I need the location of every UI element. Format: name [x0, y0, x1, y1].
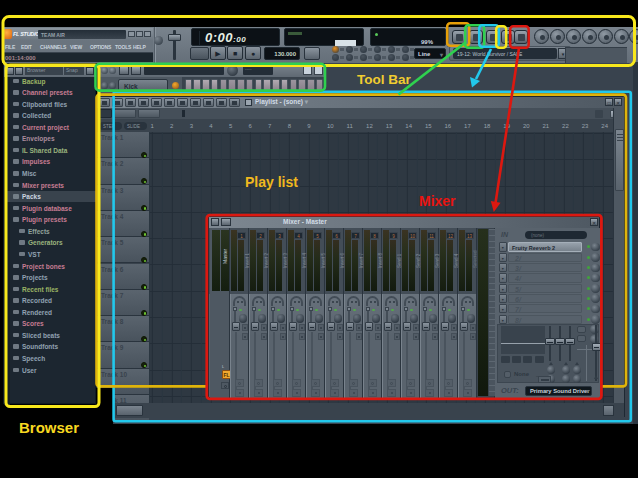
svg-text:Mixer: Mixer: [419, 193, 456, 209]
svg-text:Play list: Play list: [245, 174, 298, 190]
svg-text:Tool Bar: Tool Bar: [357, 72, 411, 87]
svg-text:Browser: Browser: [19, 419, 79, 436]
